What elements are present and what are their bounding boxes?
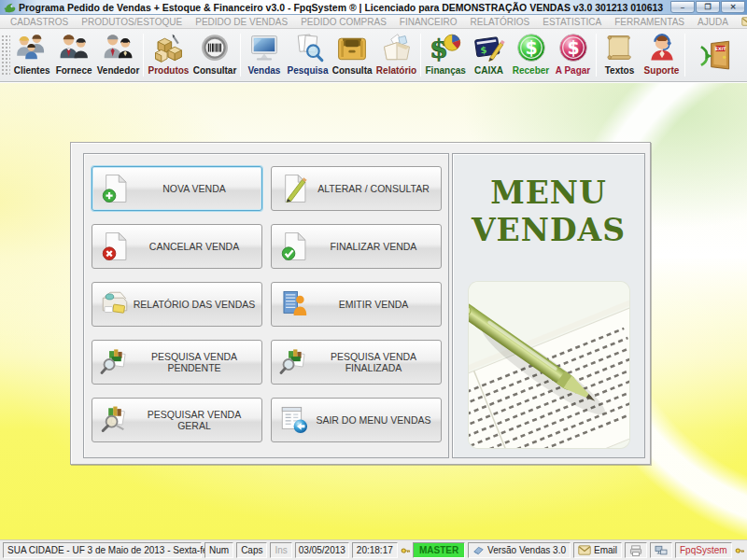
svg-text:$: $ — [430, 33, 448, 64]
version-icon — [472, 545, 485, 555]
pen-on-invoice-image — [469, 282, 629, 448]
toolbar-suporte[interactable]: Suporte — [641, 31, 683, 79]
alterar-consultar-button[interactable]: ALTERAR / CONSULTAR — [271, 166, 442, 211]
key-icon — [735, 544, 744, 557]
svg-text:EXIT: EXIT — [715, 46, 727, 50]
network-icon — [655, 545, 668, 556]
pesquisa-venda-pendente-button[interactable]: PESQUISA VENDA PENDENTE — [92, 340, 262, 385]
products-boxes-icon — [151, 32, 185, 65]
nova-venda-button[interactable]: NOVA VENDA — [92, 166, 262, 211]
finance-icon: $ — [429, 32, 462, 65]
panel-title-line2: VENDAS — [453, 212, 644, 249]
status-network[interactable] — [650, 542, 672, 558]
email-icon — [578, 545, 591, 555]
window-title: Programa Pedido de Vendas + Estoque & Fi… — [19, 2, 667, 13]
close-button[interactable]: ✕ — [721, 1, 745, 13]
toolbar: Clientes Fornece Vendedor — [0, 29, 747, 82]
printer-icon — [629, 545, 642, 556]
toolbar-vendas[interactable]: Vendas — [243, 31, 285, 79]
sales-report-printer-icon — [99, 288, 131, 320]
menu-cadastros[interactable]: CADASTROS — [4, 17, 75, 27]
cashbook-icon: $ — [472, 32, 506, 65]
restore-button[interactable]: ❐ — [696, 1, 720, 13]
menu-produtos-estoque[interactable]: PRODUTOS/ESTOQUE — [75, 17, 189, 27]
receive-money-icon: $ — [514, 32, 548, 65]
pay-money-icon: $ — [557, 32, 590, 65]
monitor-icon — [247, 32, 281, 65]
toolbar-exit[interactable]: EXIT — [687, 31, 747, 79]
toolbar-financas[interactable]: $ Finanças — [423, 31, 468, 79]
status-brand: FpqSystem — [675, 542, 732, 558]
minimize-button[interactable]: – — [670, 1, 695, 13]
finalize-sale-icon — [278, 231, 310, 262]
pesquisa-venda-finalizada-button[interactable]: PESQUISA VENDA FINALIZADA — [271, 340, 442, 385]
panel-title: MENU VENDAS — [453, 175, 644, 249]
sales-menu-panel: NOVA VENDA ALTERAR / CONSULTAR — [70, 142, 651, 465]
toolbar-caixa[interactable]: $ CAIXA — [468, 31, 510, 79]
toolbar-receber[interactable]: $ Receber — [510, 31, 552, 79]
status-bar: SUA CIDADE - UF 3 de Maio de 2013 - Sext… — [0, 539, 747, 560]
scroll-icon — [603, 32, 637, 65]
exit-menu-icon — [278, 404, 310, 436]
report-box-icon — [380, 32, 414, 65]
menu-relatorios[interactable]: RELATÓRIOS — [464, 17, 537, 27]
toolbar-separator — [143, 34, 144, 77]
status-printer[interactable] — [625, 542, 647, 558]
svg-text:$: $ — [525, 37, 537, 58]
toolbar-separator — [420, 34, 421, 77]
panel-title-line1: MENU — [453, 175, 644, 212]
menu-financeiro[interactable]: FINANCEIRO — [393, 17, 464, 27]
menu-ajuda[interactable]: AJUDA — [691, 17, 735, 27]
menu-pedido-compras[interactable]: PEDIDO COMPRAS — [294, 17, 393, 27]
toolbar-separator — [684, 34, 685, 77]
toolbar-relatorio[interactable]: Relatório — [374, 31, 419, 79]
status-caps-lock: Caps — [236, 542, 267, 558]
menu-ferramentas[interactable]: FERRAMENTAS — [608, 17, 691, 27]
edit-consult-icon — [278, 173, 310, 204]
menu-pedido-de-vendas[interactable]: PEDIDO DE VENDAS — [189, 17, 294, 27]
toolbar-grip[interactable] — [1, 35, 10, 76]
toolbar-textos[interactable]: Textos — [599, 31, 641, 79]
toolbar-separator — [596, 34, 597, 77]
emitir-venda-button[interactable]: EMITIR VENDA — [271, 282, 442, 327]
sellers-icon — [102, 32, 135, 65]
toolbar-vendedor[interactable]: Vendedor — [95, 31, 142, 79]
toolbar-fornecedores[interactable]: Fornece — [53, 31, 95, 79]
toolbar-pesquisa[interactable]: Pesquisa — [285, 31, 330, 79]
pesquisar-venda-geral-button[interactable]: PESQUISAR VENDA GERAL — [92, 398, 262, 442]
barcode-icon — [198, 32, 232, 65]
file-drawer-icon — [335, 32, 369, 65]
menu-vendas-frame: MENU VENDAS — [452, 153, 645, 458]
search-general-icon — [99, 404, 131, 436]
status-date: 03/05/2013 — [295, 542, 349, 558]
suppliers-icon — [57, 32, 91, 65]
menu-bar: CADASTROS PRODUTOS/ESTOQUE PEDIDO DE VEN… — [0, 15, 747, 29]
cancelar-venda-button[interactable]: CANCELAR VENDA — [92, 224, 262, 269]
cancel-sale-icon — [99, 231, 131, 262]
emit-sale-icon — [278, 288, 310, 320]
menu-email[interactable]: E-MAIL — [735, 17, 747, 27]
status-user-level: MASTER — [413, 542, 465, 558]
title-bar: Programa Pedido de Vendas + Estoque & Fi… — [0, 0, 747, 15]
finalizar-venda-button[interactable]: FINALIZAR VENDA — [271, 224, 442, 269]
toolbar-separator — [240, 34, 241, 77]
toolbar-produtos[interactable]: Produtos — [146, 31, 190, 79]
status-email[interactable]: Email — [573, 542, 622, 558]
svg-text:$: $ — [567, 37, 579, 58]
relatorio-das-vendas-button[interactable]: RELATÓRIO DAS VENDAS — [92, 282, 262, 327]
menu-estatistica[interactable]: ESTATISTICA — [536, 17, 608, 27]
toolbar-clientes[interactable]: Clientes — [11, 31, 53, 79]
toolbar-consulta[interactable]: Consulta — [331, 31, 374, 79]
toolbar-a-pagar[interactable]: $ A Pagar — [552, 31, 594, 79]
status-location-date: SUA CIDADE - UF 3 de Maio de 2013 - Sext… — [3, 542, 202, 558]
pen-photo — [469, 282, 629, 448]
toolbar-consultar[interactable]: Consultar — [191, 31, 239, 79]
status-num-lock: Num — [204, 542, 233, 558]
key-icon — [401, 544, 410, 557]
email-icon — [741, 17, 747, 26]
search-finalized-icon — [278, 346, 310, 378]
app-logo-icon — [3, 1, 16, 14]
sales-buttons-frame: NOVA VENDA ALTERAR / CONSULTAR — [83, 153, 449, 458]
support-headset-icon — [645, 32, 679, 65]
sair-do-menu-vendas-button[interactable]: SAIR DO MENU VENDAS — [271, 398, 442, 442]
